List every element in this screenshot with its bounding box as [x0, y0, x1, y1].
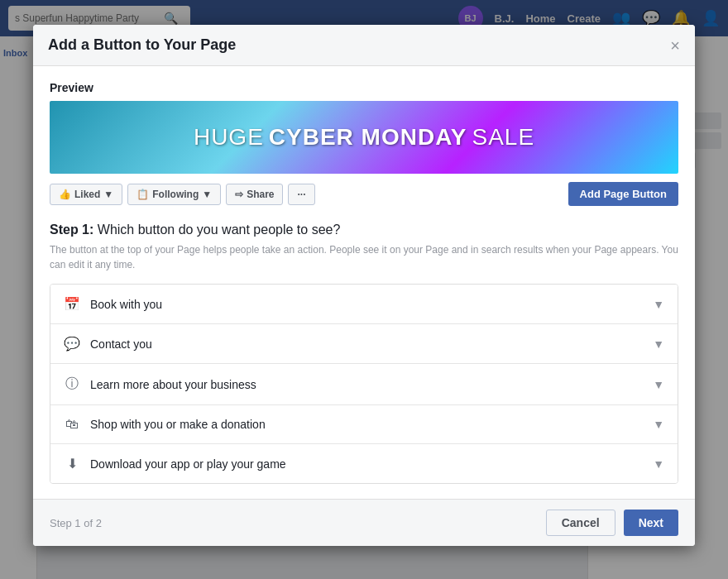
modal-overlay: Add a Button to Your Page × Preview HUGE…: [0, 0, 728, 579]
banner-sale: SALE: [472, 124, 534, 151]
footer-buttons: Cancel Next: [546, 510, 678, 536]
liked-button[interactable]: 👍 Liked ▼: [50, 184, 122, 205]
option-contact-label: Contact you: [90, 337, 152, 351]
option-book[interactable]: 📅 Book with you ▼: [50, 285, 678, 324]
modal-body: Preview HUGE CYBER MONDAY SALE 👍 Liked ▼…: [33, 66, 695, 499]
following-label: Following: [152, 189, 199, 200]
option-shop[interactable]: 🛍 Shop with you or make a donation ▼: [50, 405, 678, 444]
options-list: 📅 Book with you ▼ 💬 Contact you ▼ ⓘ: [50, 284, 678, 484]
chevron-down-icon: ▼: [653, 418, 664, 431]
option-contact-left: 💬 Contact you: [64, 336, 152, 352]
option-learn-left: ⓘ Learn more about your business: [64, 376, 256, 393]
liked-label: Liked: [74, 189, 100, 200]
liked-chevron: ▼: [103, 189, 113, 200]
more-label: ···: [297, 189, 305, 200]
option-learn[interactable]: ⓘ Learn more about your business ▼: [50, 364, 678, 405]
banner-monday: MONDAY: [362, 124, 467, 151]
preview-banner: HUGE CYBER MONDAY SALE: [50, 101, 678, 174]
option-book-left: 📅 Book with you: [64, 296, 162, 312]
option-download-label: Download your app or play your game: [90, 457, 286, 471]
download-icon: ⬇: [64, 456, 80, 471]
preview-label: Preview: [50, 81, 678, 94]
share-icon: ⇨: [235, 189, 243, 200]
thumbs-up-icon: 👍: [59, 189, 71, 200]
step-description: The button at the top of your Page helps…: [50, 242, 678, 272]
step-question: Which button do you want people to see?: [98, 223, 341, 237]
option-shop-label: Shop with you or make a donation: [90, 418, 266, 431]
following-icon: 📋: [136, 189, 149, 200]
share-button[interactable]: ⇨ Share: [226, 184, 283, 205]
more-button[interactable]: ···: [288, 184, 314, 205]
next-button[interactable]: Next: [624, 510, 678, 536]
banner-huge: HUGE: [194, 124, 264, 151]
close-button[interactable]: ×: [670, 37, 680, 54]
calendar-icon: 📅: [64, 296, 80, 312]
step-number: Step 1:: [50, 223, 93, 237]
step-heading: Step 1: Which button do you want people …: [50, 223, 678, 237]
modal-title: Add a Button to Your Page: [48, 36, 236, 54]
option-learn-label: Learn more about your business: [90, 378, 256, 391]
option-shop-left: 🛍 Shop with you or make a donation: [64, 417, 266, 432]
preview-actions: 👍 Liked ▼ 📋 Following ▼ ⇨ Share ··· Add …: [50, 182, 678, 206]
banner-cyber: CYBER: [269, 124, 354, 151]
add-page-button[interactable]: Add Page Button: [568, 182, 678, 206]
modal-header: Add a Button to Your Page ×: [33, 25, 695, 66]
chevron-down-icon: ▼: [653, 457, 664, 471]
chevron-down-icon: ▼: [653, 298, 664, 311]
chat-icon: 💬: [64, 336, 80, 352]
following-chevron: ▼: [202, 189, 212, 200]
following-button[interactable]: 📋 Following ▼: [127, 184, 221, 205]
share-label: Share: [247, 189, 274, 200]
option-download-left: ⬇ Download your app or play your game: [64, 456, 286, 471]
option-download[interactable]: ⬇ Download your app or play your game ▼: [50, 444, 678, 483]
chevron-down-icon: ▼: [653, 378, 664, 391]
info-icon: ⓘ: [64, 376, 80, 393]
option-contact[interactable]: 💬 Contact you ▼: [50, 324, 678, 364]
shopping-icon: 🛍: [64, 417, 80, 432]
modal-dialog: Add a Button to Your Page × Preview HUGE…: [33, 25, 695, 546]
option-book-label: Book with you: [90, 298, 162, 311]
chevron-down-icon: ▼: [653, 337, 664, 351]
step-indicator: Step 1 of 2: [50, 517, 102, 529]
modal-footer: Step 1 of 2 Cancel Next: [33, 499, 695, 546]
cancel-button[interactable]: Cancel: [546, 510, 615, 536]
